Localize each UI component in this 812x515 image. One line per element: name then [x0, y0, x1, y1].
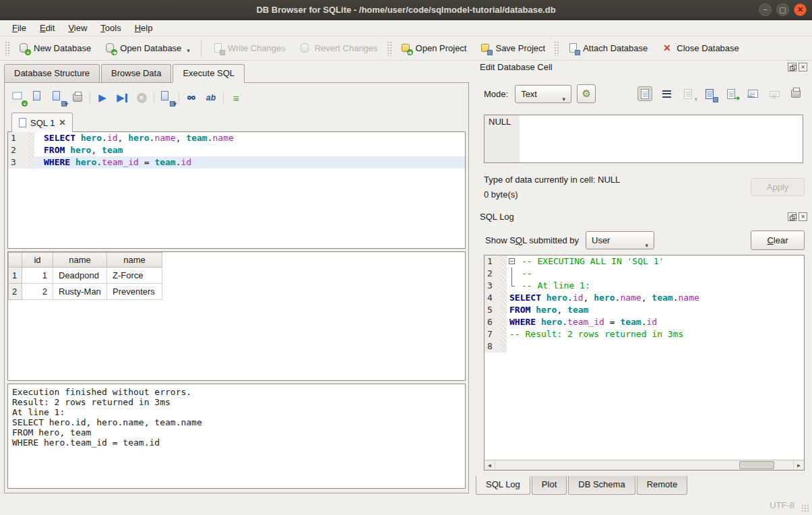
- toolbar-drag-handle[interactable]: [554, 41, 559, 56]
- minimize-button[interactable]: −: [759, 3, 772, 16]
- menu-tools[interactable]: Tools: [94, 22, 127, 34]
- sql-token: =: [604, 317, 620, 327]
- sql-token: team: [186, 133, 207, 143]
- column-header-id[interactable]: id: [22, 253, 53, 268]
- revert-changes-button: Revert Changes: [292, 39, 385, 57]
- cell-hero-name[interactable]: Deadpond: [53, 268, 107, 284]
- menu-file[interactable]: File: [5, 22, 33, 34]
- tab-browse-data[interactable]: Browse Data: [101, 64, 171, 82]
- tab-remote[interactable]: Remote: [637, 476, 688, 495]
- close-sql-tab-icon[interactable]: ✕: [59, 118, 65, 127]
- sql-token: [536, 317, 541, 327]
- save-results-button[interactable]: ▾: [159, 90, 174, 105]
- execute-line-button[interactable]: ▶: [115, 90, 129, 105]
- gear-icon: ⚙: [582, 88, 590, 100]
- menu-edit[interactable]: Edit: [33, 22, 61, 34]
- attach-database-button[interactable]: Attach Database: [561, 39, 654, 57]
- sql-document-tab[interactable]: SQL 1 ✕: [11, 113, 73, 132]
- new-sql-tab-button[interactable]: +: [11, 90, 26, 105]
- tab-sql-log[interactable]: SQL Log: [476, 476, 530, 495]
- find-button[interactable]: [184, 90, 199, 105]
- find-replace-button[interactable]: ab: [204, 90, 218, 105]
- row-header[interactable]: 2: [9, 284, 22, 300]
- open-project-button[interactable]: ➜ Open Project: [394, 39, 474, 57]
- tab-execute-sql[interactable]: Execute SQL: [173, 64, 245, 83]
- execute-all-button[interactable]: ▶: [95, 90, 110, 105]
- tab-plot[interactable]: Plot: [532, 476, 567, 495]
- sql-token: id: [181, 157, 192, 167]
- cell-team-name[interactable]: Preventers: [107, 284, 162, 300]
- sql-token: team_id: [102, 157, 139, 167]
- column-header-name2[interactable]: name: [107, 253, 162, 268]
- close-panel-icon[interactable]: ✕: [799, 63, 807, 71]
- new-database-button[interactable]: + New Database: [11, 39, 98, 57]
- table-row[interactable]: 2 2 Rusty-Man Preventers: [9, 284, 162, 300]
- open-database-button[interactable]: ➜ Open Database ▾: [98, 39, 197, 57]
- cell-edit-area[interactable]: [520, 115, 803, 162]
- sql-log-view[interactable]: 1 -- EXECUTING ALL IN 'SQL 1' 2 -- 3 -- …: [484, 255, 805, 471]
- sql-editor[interactable]: 1 SELECT hero.id, hero.name, team.name 2…: [7, 131, 466, 249]
- open-database-dropdown-icon[interactable]: ▾: [187, 47, 190, 54]
- cell-value-editor[interactable]: NULL: [484, 115, 803, 163]
- main-toolbar: + New Database ➜ Open Database ▾ Write C…: [0, 36, 812, 61]
- open-external-link-button[interactable]: ∞: [745, 86, 760, 101]
- tab-database-structure[interactable]: Database Structure: [4, 64, 100, 82]
- scroll-right-icon[interactable]: ▶: [793, 460, 804, 470]
- word-wrap-button[interactable]: [659, 86, 674, 101]
- clear-log-button[interactable]: Clear: [751, 231, 805, 250]
- cell-team-name[interactable]: Z-Force: [107, 268, 162, 284]
- status-bar: UTF-8: [0, 495, 812, 515]
- scroll-left-icon[interactable]: ◀: [485, 460, 495, 470]
- stop-button: ✕: [134, 90, 149, 105]
- sql-token: hero: [70, 145, 91, 155]
- format-sql-button[interactable]: ≡: [228, 90, 243, 105]
- print-cell-button[interactable]: [788, 86, 803, 101]
- sql-token: ,: [642, 293, 652, 303]
- sql-log-panel-header: SQL Log ✕: [480, 212, 807, 222]
- results-grid: id name name 1 1 Deadpond Z-Force 2 2 Ru…: [7, 251, 466, 381]
- submitted-by-select[interactable]: User ▾: [586, 231, 654, 249]
- tab-db-schema[interactable]: DB Schema: [568, 476, 635, 495]
- float-panel-icon[interactable]: [788, 63, 797, 71]
- fold-collapse-icon[interactable]: [509, 258, 515, 264]
- cell-id[interactable]: 1: [22, 268, 53, 284]
- toolbar-drag-handle[interactable]: [5, 41, 9, 56]
- menu-view[interactable]: View: [61, 22, 94, 34]
- close-button[interactable]: ✕: [794, 3, 807, 16]
- cell-hero-name[interactable]: Rusty-Man: [53, 284, 107, 300]
- execute-sql-page: + ▾ ▶ ▶ ✕ ▾ ab ≡ SQL 1 ✕ 1 SELECT hero.i…: [4, 82, 469, 493]
- sql-token: team: [652, 293, 673, 303]
- results-header-row: id name name: [9, 253, 162, 268]
- close-database-button[interactable]: ✕ Close Database: [654, 39, 746, 57]
- float-panel-icon[interactable]: [788, 212, 797, 221]
- execution-status-box[interactable]: Execution finished without errors. Resul…: [7, 384, 466, 489]
- scrollbar-track[interactable]: [495, 460, 793, 470]
- sql-token: SELECT: [509, 293, 541, 303]
- import-data-button[interactable]: [702, 86, 717, 101]
- toolbar-separator: [201, 40, 201, 57]
- row-header[interactable]: 1: [9, 268, 22, 284]
- table-row[interactable]: 1 1 Deadpond Z-Force: [9, 268, 162, 284]
- cell-id[interactable]: 2: [22, 284, 53, 300]
- save-sql-file-button[interactable]: ▾: [51, 90, 65, 105]
- sql-token: hero: [536, 305, 557, 315]
- sql-token: [65, 145, 70, 155]
- save-project-button[interactable]: Save Project: [473, 39, 552, 57]
- print-button[interactable]: [70, 90, 85, 105]
- menu-help[interactable]: Help: [128, 22, 160, 34]
- sql-token: .: [642, 317, 647, 327]
- scrollbar-thumb[interactable]: [739, 461, 774, 469]
- sql-token: name: [679, 293, 699, 303]
- maximize-button[interactable]: ▢: [776, 3, 789, 16]
- open-sql-file-button[interactable]: [31, 90, 46, 105]
- column-header-name[interactable]: name: [53, 253, 107, 268]
- text-mode-button[interactable]: [637, 86, 652, 101]
- resize-grip[interactable]: [801, 504, 809, 512]
- mode-select[interactable]: Text ▾: [515, 85, 571, 103]
- close-panel-icon[interactable]: ✕: [799, 212, 807, 221]
- auto-switch-mode-button[interactable]: ⚙: [577, 84, 596, 103]
- horizontal-scrollbar[interactable]: ◀ ▶: [485, 460, 804, 470]
- toolbar-drag-handle[interactable]: [387, 41, 392, 56]
- export-data-button[interactable]: ➜: [724, 86, 739, 101]
- toolbar-separator: [90, 91, 90, 104]
